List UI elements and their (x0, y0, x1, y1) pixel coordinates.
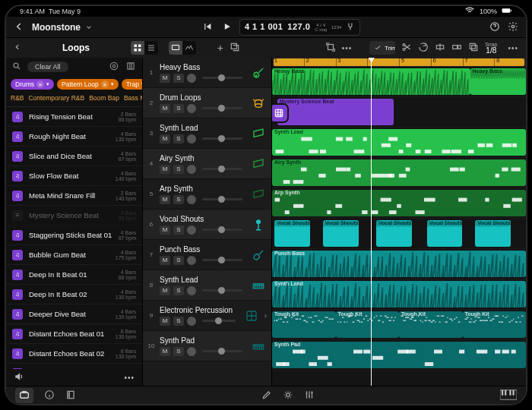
solo-button[interactable]: S (173, 317, 184, 326)
pan-knob[interactable] (187, 256, 196, 265)
arrange-lane[interactable]: Arp Synth (272, 188, 526, 219)
more-icon[interactable]: ••• (342, 44, 353, 52)
chevron-down-icon[interactable] (85, 24, 93, 31)
pan-knob[interactable] (187, 286, 196, 295)
ruler-bar[interactable]: 3 (336, 58, 341, 67)
volume-slider[interactable] (202, 289, 242, 292)
instrument-icon[interactable] (250, 216, 267, 233)
instrument-icon[interactable] (243, 308, 260, 324)
solo-button[interactable]: S (173, 104, 184, 113)
arrange-area[interactable]: 12345678 Heavy BassHeavy BassMystery Sci… (272, 58, 526, 386)
track-header[interactable]: 4Airy SynthMS (143, 149, 271, 179)
loop-row[interactable]: ♫Slice and Dice Beat4 Bars87 bpm (6, 147, 142, 166)
mute-button[interactable]: M (160, 165, 170, 174)
category-tab[interactable]: Bass Music (124, 94, 142, 102)
track-stack-icon[interactable] (230, 42, 240, 54)
loop-row[interactable]: ♫Rising Tension Beat2 Bars88 bpm (6, 107, 142, 127)
instrument-icon[interactable] (250, 125, 267, 142)
loop-row[interactable]: ♫Slow Flow Beat4 Bars140 bpm (6, 166, 142, 186)
region[interactable]: Tough Kit (399, 311, 463, 338)
solo-button[interactable]: S (173, 286, 184, 295)
pan-knob[interactable] (187, 165, 196, 174)
arrange-lane[interactable]: Airy Synth (272, 158, 526, 188)
track-header[interactable]: 8Synth LeadMS (143, 270, 271, 301)
live-loops-icon[interactable] (325, 42, 336, 54)
copy-icon[interactable] (468, 42, 479, 54)
instrument-icon[interactable] (250, 338, 267, 355)
region[interactable]: Tough Kit (272, 311, 336, 338)
category-tab[interactable]: Boom Bap (89, 94, 119, 102)
mute-button[interactable]: M (160, 286, 170, 295)
add-track-icon[interactable]: + (217, 42, 223, 54)
loop-row[interactable]: ♫Distant Echoes Beat 028 Bars130 bpm (6, 344, 142, 364)
close-icon[interactable]: × (101, 80, 109, 88)
play-button[interactable] (222, 21, 233, 33)
session-cell-add[interactable] (272, 105, 287, 121)
info-icon[interactable] (44, 390, 55, 402)
volume-slider[interactable] (202, 137, 242, 140)
volume-slider[interactable] (202, 168, 242, 170)
arrange-lane[interactable]: Heavy BassHeavy Bass (272, 67, 526, 97)
ruler-bar[interactable]: 1 (272, 58, 277, 67)
mute-button[interactable]: M (160, 256, 170, 265)
edit-icon[interactable] (261, 390, 272, 402)
volume-slider[interactable] (202, 229, 242, 231)
region[interactable]: Synth Pad (272, 342, 526, 368)
lcd-display[interactable]: 4 1 1 001 127.0 4 / 4C maj 1234 (239, 19, 360, 36)
pan-knob[interactable] (187, 195, 196, 204)
arrange-lane[interactable]: Punch Bass (272, 249, 526, 279)
function-menu[interactable]: Trim (369, 41, 395, 55)
ruler-bar[interactable]: 6 (431, 58, 436, 67)
loop-tool-icon[interactable] (418, 42, 429, 54)
region[interactable]: Synth Lead (272, 129, 526, 156)
volume-slider[interactable] (202, 198, 242, 200)
track-header[interactable]: 7Punch BassMS (143, 240, 271, 270)
pan-knob[interactable] (187, 74, 196, 83)
columns-icon[interactable] (125, 61, 136, 73)
region[interactable]: Vocal Shouts (274, 220, 310, 247)
arrange-lane[interactable]: Tough KitTough KitTough KitTough Kit (272, 310, 526, 340)
mute-button[interactable]: M (160, 226, 170, 235)
snap-control[interactable]: Snap 1/8 (485, 42, 497, 55)
track-header[interactable]: 9Electronic PercussionMS› (143, 301, 271, 331)
instrument-icon[interactable] (250, 95, 267, 112)
region[interactable]: Punch Bass (272, 251, 526, 277)
instrument-icon[interactable] (250, 247, 267, 263)
nav-back-icon[interactable] (14, 42, 21, 54)
view-mode-segment[interactable] (131, 41, 158, 55)
solo-button[interactable]: S (173, 347, 184, 356)
loop-row[interactable]: ♫Echo Clave Beat4 Bars140 bpm (6, 364, 142, 369)
track-header[interactable]: 5Arp SynthMS (143, 179, 271, 210)
mixer-icon[interactable] (304, 390, 315, 402)
loop-row[interactable]: ≡Mystery Science Beat4 Bars85 bpm (6, 206, 142, 226)
filter-chip[interactable]: Trap ▾ (122, 79, 142, 90)
loop-row[interactable]: ♫Bubble Gum Beat4 Bars175 bpm (6, 245, 142, 265)
back-button[interactable] (14, 21, 24, 33)
mute-button[interactable]: M (160, 74, 170, 83)
filter-chip[interactable]: Pattern Loop× ▾ (57, 79, 119, 90)
help-icon[interactable] (489, 21, 500, 33)
region[interactable]: Arp Synth (272, 190, 526, 216)
region[interactable]: Airy Synth (272, 159, 526, 186)
volume-slider[interactable] (202, 107, 242, 109)
instrument-icon[interactable] (250, 65, 267, 81)
solo-button[interactable]: S (173, 134, 184, 144)
solo-button[interactable]: S (173, 165, 184, 174)
chevron-right-icon[interactable]: › (264, 311, 267, 320)
mute-button[interactable]: M (160, 134, 170, 144)
track-header[interactable]: 10Synth PadMS (143, 331, 271, 361)
close-icon[interactable]: × (36, 80, 44, 88)
instrument-icon[interactable] (250, 186, 267, 203)
arrange-lane[interactable]: Vocal ShoutsVocal ShoutsVocal ShoutsVoca… (272, 219, 526, 249)
loop-row[interactable]: ♫Staggering Sticks Beat 014 Bars87 bpm (6, 226, 142, 245)
region[interactable]: Tough Kit (463, 311, 527, 338)
notepad-icon[interactable] (65, 390, 76, 402)
ruler-bar[interactable]: 2 (304, 58, 309, 67)
media-browser-icon[interactable] (15, 388, 33, 403)
tuning-fork-icon[interactable] (346, 21, 355, 33)
region[interactable]: Heavy Bass (470, 68, 526, 95)
solo-button[interactable]: S (173, 195, 184, 204)
loop-row[interactable]: ♫Distant Echoes Beat 018 Bars130 bpm (6, 324, 142, 344)
clear-all-button[interactable]: Clear All (27, 62, 68, 72)
volume-slider[interactable] (202, 259, 242, 261)
